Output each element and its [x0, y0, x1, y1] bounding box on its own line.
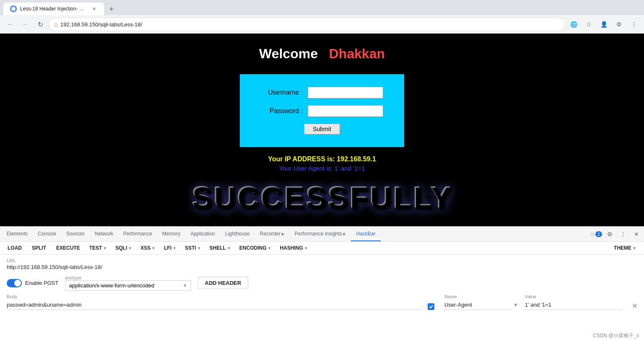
ssti-dropdown-arrow: ▼ [197, 246, 201, 251]
execute-button[interactable]: EXECUTE [52, 243, 84, 253]
xss-dropdown-arrow: ▼ [151, 246, 156, 251]
body-label: Body [7, 294, 421, 299]
sqli-dropdown-arrow: ▼ [128, 246, 132, 251]
hashing-dropdown[interactable]: HASHING ▼ [276, 243, 311, 253]
encoding-dropdown[interactable]: ENCODING ▼ [236, 243, 275, 253]
url-value: http://192.168.59.150/sqli-labs/Less-18/ [7, 264, 637, 270]
header-name-section: Name ▼ [444, 294, 518, 310]
tab-elements[interactable]: Elements [2, 227, 33, 241]
shell-dropdown-arrow: ▼ [227, 246, 231, 251]
theme-dropdown[interactable]: THEME ▼ [610, 243, 641, 253]
header-value-section: Value [525, 294, 622, 310]
tab-close-icon[interactable]: ✕ [91, 5, 97, 12]
forward-button[interactable]: → [18, 18, 32, 31]
tab-console[interactable]: Console [33, 227, 61, 241]
devtools-tab-bar: Elements Console Sources Network Perform… [0, 227, 644, 242]
enctype-value: application/x-www-form-urlencoded [69, 282, 155, 289]
header-name-input-wrapper: ▼ [444, 300, 518, 310]
split-button[interactable]: SPLIT [28, 243, 50, 253]
security-warning-icon: △ [54, 21, 58, 27]
tab-network[interactable]: Network [90, 227, 118, 241]
header-name-label: Name [444, 294, 518, 299]
body-section: Body [7, 294, 421, 310]
devtools-panel: Elements Console Sources Network Perform… [0, 226, 644, 313]
url-section: URL http://192.168.59.150/sqli-labs/Less… [7, 258, 637, 270]
lfi-dropdown[interactable]: LFI ▼ [161, 243, 180, 253]
bookmark-button[interactable]: ☆ [582, 18, 595, 31]
body-input[interactable] [7, 300, 421, 310]
enctype-select[interactable]: application/x-www-form-urlencoded ▼ [65, 280, 191, 291]
tab-memory[interactable]: Memory [157, 227, 185, 241]
page-content: Welcome Dhakkan Username : Password : Su… [0, 34, 644, 226]
submit-button[interactable]: Submit [304, 124, 340, 134]
header-close-icon[interactable]: ✕ [632, 302, 637, 310]
load-button[interactable]: LOAD [3, 243, 26, 253]
welcome-heading: Welcome Dhakkan [259, 46, 385, 62]
translate-button[interactable]: 🌐 [567, 18, 580, 31]
username-row: Username : [261, 87, 383, 98]
tab-sources[interactable]: Sources [61, 227, 90, 241]
password-input[interactable] [308, 105, 383, 117]
address-bar[interactable]: △ 192.168.59.150/sqli-labs/Less-18/ [49, 18, 565, 31]
sqli-dropdown[interactable]: SQLI ▼ [112, 243, 135, 253]
menu-button[interactable]: ⋮ [627, 18, 641, 31]
devtools-settings-button[interactable]: ⚙ [604, 228, 615, 240]
header-name-dropdown-arrow[interactable]: ▼ [513, 302, 518, 308]
enctype-arrow: ▼ [183, 283, 187, 288]
xss-dropdown[interactable]: XSS ▼ [137, 243, 159, 253]
welcome-label: Welcome [259, 46, 318, 61]
devtools-close-button[interactable]: ✕ [631, 228, 642, 240]
header-value-label: Value [525, 294, 622, 299]
username-label: Username : [261, 89, 303, 96]
toggle-knob [14, 280, 21, 287]
ssti-dropdown[interactable]: SSTI ▼ [182, 243, 205, 253]
header-value-input[interactable] [525, 300, 622, 310]
tab-application[interactable]: Application [185, 227, 220, 241]
ip-address-text: Your IP ADDRESS is: 192.168.59.1 [268, 155, 376, 163]
user-agent-text: Your User Agent is: 1' and '1=1 [279, 165, 365, 172]
tab-lighthouse[interactable]: Lighthouse [220, 227, 255, 241]
password-row: Password : [261, 105, 383, 117]
hackbar-body: URL http://192.168.59.150/sqli-labs/Less… [0, 255, 644, 313]
badge: 2 [595, 231, 602, 237]
watermark: CSDN @小菜猴子_x [593, 332, 639, 339]
test-dropdown[interactable]: TEST ▼ [86, 243, 111, 253]
success-banner: SUCCESSFULLY [192, 180, 452, 214]
enable-post-toggle[interactable] [7, 279, 22, 287]
new-tab-button[interactable]: + [106, 3, 117, 15]
theme-dropdown-arrow: ▼ [632, 246, 636, 251]
header-name-input[interactable] [444, 300, 512, 310]
header-checkbox[interactable] [428, 303, 434, 310]
toggle-wrapper: Enable POST [7, 279, 59, 287]
tab-hackbar[interactable]: HackBar [351, 227, 380, 241]
url-label: URL [7, 258, 637, 263]
badge-count: □ 2 [591, 231, 602, 237]
reload-button[interactable]: ↻ [34, 18, 47, 31]
add-header-button[interactable]: ADD HEADER [198, 277, 249, 289]
address-text: 192.168.59.150/sqli-labs/Less-18/ [60, 21, 560, 28]
tab-favicon [10, 5, 17, 12]
test-dropdown-arrow: ▼ [103, 246, 107, 251]
post-enctype-row: Enable POST enctype application/x-www-fo… [7, 275, 637, 291]
username-input[interactable] [308, 87, 383, 98]
login-form-container: Username : Password : Submit [240, 74, 404, 147]
header-checkbox-wrapper [428, 303, 438, 310]
lfi-dropdown-arrow: ▼ [172, 246, 177, 251]
profile-button[interactable]: 👤 [597, 18, 610, 31]
password-label: Password : [261, 107, 303, 115]
shell-dropdown[interactable]: SHELL ▼ [206, 243, 234, 253]
encoding-dropdown-arrow: ▼ [267, 246, 272, 251]
back-button[interactable]: ← [3, 18, 17, 31]
tab-performance[interactable]: Performance [118, 227, 157, 241]
devtools-more-button[interactable]: ⋮ [617, 228, 629, 240]
nav-bar: ← → ↻ △ 192.168.59.150/sqli-labs/Less-18… [0, 15, 644, 34]
browser-chrome: Less-18 Header Injection- Err... ✕ + ← →… [0, 0, 644, 34]
svg-point-0 [11, 7, 16, 11]
active-tab[interactable]: Less-18 Header Injection- Err... ✕ [3, 3, 104, 15]
tab-title: Less-18 Header Injection- Err... [20, 6, 87, 12]
tab-recorder[interactable]: Recorder ▲ [255, 227, 290, 241]
devtools-tab-actions: □ 2 ⚙ ⋮ ✕ [591, 228, 642, 240]
nav-actions: 🌐 ☆ 👤 ⚙ ⋮ [567, 18, 641, 31]
extensions-button[interactable]: ⚙ [612, 18, 626, 31]
tab-performance-insights[interactable]: Performance insights ▲ [290, 227, 351, 241]
